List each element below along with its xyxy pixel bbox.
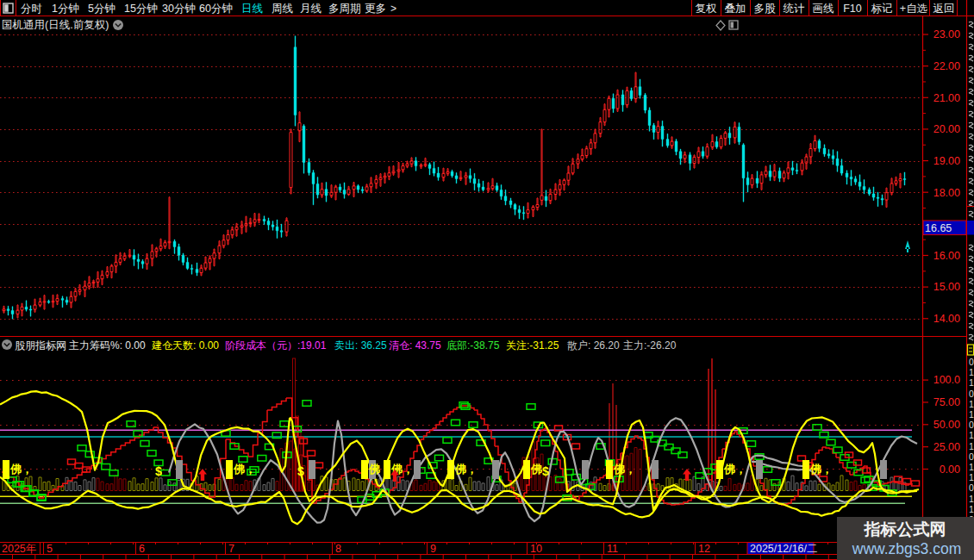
svg-text:15.00: 15.00 [933,281,960,293]
svg-text:12: 12 [698,543,710,555]
svg-text:清仓: 43.75: 清仓: 43.75 [389,339,441,352]
svg-text:主力:-26.20: 主力:-26.20 [623,339,677,352]
svg-text:佛，: 佛， [454,463,478,476]
svg-text:2025/12/16/二: 2025/12/16/二 [750,543,818,555]
svg-text:标记: 标记 [871,3,893,15]
svg-text:F10: F10 [843,3,862,15]
svg-text:佛，: 佛， [613,463,636,476]
svg-text:22.00: 22.00 [933,60,960,72]
svg-text:佛，: 佛， [809,463,833,476]
svg-text:1: 1 [969,494,974,504]
svg-text:指标公式网: 指标公式网 [864,520,946,538]
svg-text:2025年: 2025年 [2,543,36,555]
svg-text:10: 10 [530,543,542,555]
svg-text:16.00: 16.00 [933,250,960,262]
svg-text:周线: 周线 [272,3,293,15]
svg-text:0: 0 [969,451,974,462]
svg-text:15分钟: 15分钟 [124,3,158,15]
svg-text:11: 11 [607,543,618,555]
svg-text:50.00: 50.00 [933,419,960,431]
svg-text:分时: 分时 [21,3,42,15]
svg-text:1: 1 [969,367,974,377]
svg-text:阶段成本（元）:19.01: 阶段成本（元）:19.01 [225,339,327,352]
svg-text:19.00: 19.00 [933,155,960,167]
svg-text:佛，: 佛， [9,463,33,476]
svg-text:统计: 统计 [784,3,806,15]
svg-text:0: 0 [969,389,974,399]
svg-text:多周期: 多周期 [328,3,361,15]
svg-text:1: 1 [969,430,974,440]
svg-text:75.00: 75.00 [933,396,960,408]
svg-text:$: $ [297,464,304,478]
svg-text:100.0: 100.0 [933,374,960,386]
svg-text:1: 1 [969,441,974,451]
svg-text:建仓天数: 0.00: 建仓天数: 0.00 [151,339,219,352]
svg-text:1: 1 [969,409,974,420]
svg-text:21.00: 21.00 [933,92,960,104]
svg-text:1: 1 [969,472,974,482]
svg-text:主力筹码%: 0.00: 主力筹码%: 0.00 [69,339,146,352]
svg-text:>: > [390,3,396,15]
svg-text:23.00: 23.00 [933,28,960,40]
svg-text:1: 1 [969,399,974,409]
svg-text:8: 8 [335,543,341,555]
svg-text:25.00: 25.00 [933,441,960,453]
svg-text:60分钟: 60分钟 [199,3,233,15]
svg-text:散户: 26.20: 散户: 26.20 [567,339,620,352]
svg-text:20.00: 20.00 [933,123,960,135]
svg-text:股朋指标网: 股朋指标网 [15,339,66,352]
svg-text:1分钟: 1分钟 [52,3,79,15]
svg-text:日线: 日线 [241,3,263,15]
svg-text:0: 0 [969,357,974,367]
svg-text:16.65: 16.65 [925,222,952,234]
svg-text:底部:-38.75: 底部:-38.75 [446,339,500,352]
svg-text:5: 5 [47,543,53,555]
svg-text:14.00: 14.00 [933,313,960,325]
svg-text:返回: 返回 [933,3,955,15]
svg-text:5分钟: 5分钟 [88,3,116,15]
svg-text:多股: 多股 [754,3,777,15]
svg-text:0: 0 [969,420,974,430]
svg-text:+自选: +自选 [900,3,927,15]
svg-text:$: $ [542,464,549,478]
svg-text:佛，: 佛， [723,463,746,476]
svg-text:叠加: 叠加 [725,3,746,15]
svg-text:佛，: 佛， [233,463,256,476]
svg-text:1: 1 [969,504,974,514]
svg-text:1: 1 [969,377,974,388]
svg-text:$: $ [155,464,162,478]
svg-text:0.00: 0.00 [940,464,960,476]
svg-text:1: 1 [969,462,974,472]
svg-text:国机通用(日线.前复权): 国机通用(日线.前复权) [2,19,109,31]
svg-text:18.00: 18.00 [933,187,960,199]
svg-text:月线: 月线 [300,3,322,15]
svg-text:复权: 复权 [696,3,718,15]
svg-text:www.zbgs3.com: www.zbgs3.com [852,540,961,557]
svg-text:卖出: 36.25: 卖出: 36.25 [334,339,387,352]
svg-text:更多: 更多 [365,3,386,15]
svg-text:关注:-31.25: 关注:-31.25 [506,339,559,352]
svg-text:6: 6 [139,543,145,555]
svg-text:7: 7 [228,543,234,555]
svg-text:0: 0 [969,482,974,493]
svg-text:30分钟: 30分钟 [162,3,196,15]
svg-text:9: 9 [430,543,436,555]
svg-text:画线: 画线 [813,3,834,15]
